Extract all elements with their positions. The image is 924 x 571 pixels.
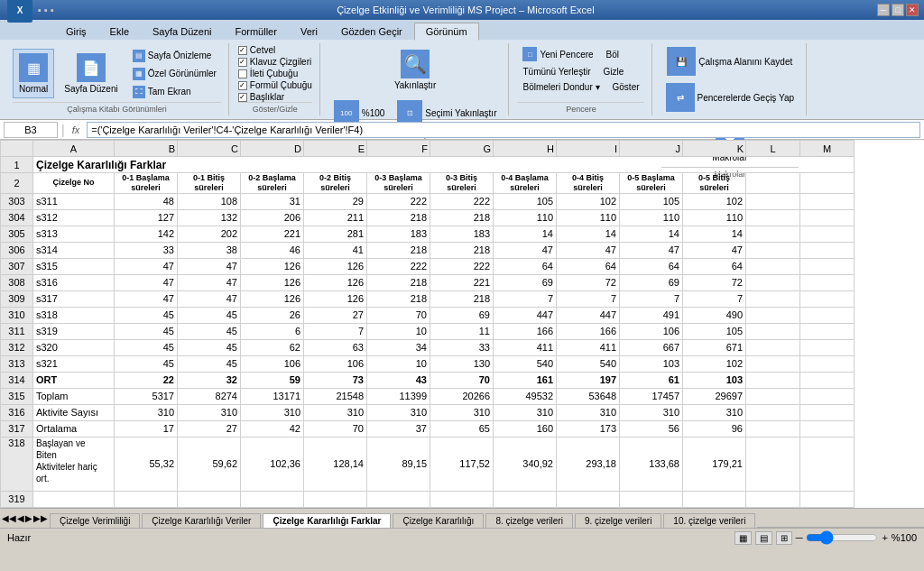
close-button[interactable]: ✕: [906, 4, 919, 16]
btn-normal[interactable]: ▦ Normal: [13, 49, 54, 98]
cell-314-3[interactable]: 59: [241, 372, 304, 388]
cell-303-6[interactable]: 222: [430, 193, 494, 209]
tab-first-arrow[interactable]: ◀◀: [2, 513, 16, 523]
cell-307-3[interactable]: 126: [241, 258, 304, 274]
cell-316-2[interactable]: 310: [178, 404, 241, 420]
cell-311-10[interactable]: 105: [683, 323, 746, 339]
cell-308-6[interactable]: 221: [430, 274, 494, 290]
cell-314-11[interactable]: [746, 372, 800, 388]
cell-316-5[interactable]: 310: [367, 404, 430, 420]
cell-317-4[interactable]: 70: [304, 420, 367, 437]
btn-tam-ekran[interactable]: ⛶ Tam Ekran: [128, 84, 221, 100]
cell-313-0[interactable]: s321: [33, 355, 115, 372]
cell-311-11[interactable]: [746, 323, 800, 339]
cell-307-4[interactable]: 126: [304, 258, 367, 274]
cell-310-11[interactable]: [746, 307, 800, 323]
cell-306-5[interactable]: 218: [367, 242, 430, 258]
cell-306-0[interactable]: s314: [33, 242, 115, 258]
cell-309-9[interactable]: 7: [620, 290, 683, 307]
page-view-btn[interactable]: ▤: [755, 531, 772, 545]
cell-312-10[interactable]: 671: [683, 339, 746, 355]
cell-304-1[interactable]: 127: [115, 209, 178, 226]
cell-304-8[interactable]: 110: [557, 209, 620, 226]
cell-304-10[interactable]: 110: [683, 209, 746, 226]
minimize-button[interactable]: ─: [877, 4, 890, 16]
checkbox-basliklar[interactable]: [238, 93, 247, 102]
cell-304-0[interactable]: s312: [33, 209, 115, 226]
cell-316-0[interactable]: Aktivite Sayısı: [33, 404, 115, 420]
cell-305-3[interactable]: 221: [241, 226, 304, 242]
cell-305-9[interactable]: 14: [620, 226, 683, 242]
cell-310-8[interactable]: 447: [557, 307, 620, 323]
cell-313-12[interactable]: [800, 355, 855, 372]
tab-formuller[interactable]: Formüller: [223, 22, 288, 40]
cell-318-4[interactable]: 128,14: [304, 437, 367, 491]
checkbox-ileti[interactable]: [238, 69, 247, 78]
cell-314-2[interactable]: 32: [178, 372, 241, 388]
cell-317-6[interactable]: 65: [430, 420, 494, 437]
cell-318-10[interactable]: 179,21: [683, 437, 746, 491]
cell-308-4[interactable]: 126: [304, 274, 367, 290]
cell-310-2[interactable]: 45: [178, 307, 241, 323]
cell-303-5[interactable]: 222: [367, 193, 430, 209]
cell-311-0[interactable]: s319: [33, 323, 115, 339]
cell-314-9[interactable]: 61: [620, 372, 683, 388]
cell-306-7[interactable]: 47: [494, 242, 557, 258]
cell-304-7[interactable]: 110: [494, 209, 557, 226]
cell-310-4[interactable]: 27: [304, 307, 367, 323]
cell-306-12[interactable]: [800, 242, 855, 258]
cell-303-0[interactable]: s311: [33, 193, 115, 209]
col-header-cell-12[interactable]: [800, 173, 855, 194]
tab-veri[interactable]: Veri: [289, 22, 329, 40]
cell-308-8[interactable]: 72: [557, 274, 620, 290]
restore-button[interactable]: □: [892, 4, 904, 16]
cell-317-7[interactable]: 160: [494, 420, 557, 437]
col-header-j[interactable]: J: [620, 141, 683, 157]
tab-giris[interactable]: Giriş: [54, 22, 98, 40]
col-header-i[interactable]: I: [557, 141, 620, 157]
cell-305-6[interactable]: 183: [430, 226, 494, 242]
cell-318-8[interactable]: 293,18: [557, 437, 620, 491]
checkbox-cetvel[interactable]: [238, 46, 247, 55]
col-header-l[interactable]: L: [746, 141, 800, 157]
col-header-cell-8[interactable]: 0-4 Bitişsüreleri: [557, 173, 620, 194]
cell-315-11[interactable]: [746, 388, 800, 404]
cell-305-7[interactable]: 14: [494, 226, 557, 242]
btn-pencereler-gecis[interactable]: ⇄ Pencerelerde Geçiş Yap: [661, 81, 799, 114]
col-header-cell-5[interactable]: 0-3 Başlamasüreleri: [367, 173, 430, 194]
cell-307-1[interactable]: 47: [115, 258, 178, 274]
cell-314-7[interactable]: 161: [494, 372, 557, 388]
cell-313-2[interactable]: 45: [178, 355, 241, 372]
col-header-e[interactable]: E: [304, 141, 367, 157]
cell-303-12[interactable]: [800, 193, 855, 209]
cell-317-9[interactable]: 56: [620, 420, 683, 437]
cell-315-9[interactable]: 17457: [620, 388, 683, 404]
tab-gorunum[interactable]: Görünüm: [414, 23, 479, 41]
cell-310-12[interactable]: [800, 307, 855, 323]
cell-314-5[interactable]: 43: [367, 372, 430, 388]
cell-315-5[interactable]: 11399: [367, 388, 430, 404]
col-header-cell-4[interactable]: 0-2 Bitişsüreleri: [304, 173, 367, 194]
normal-view-btn[interactable]: ▦: [735, 531, 752, 545]
cell-305-10[interactable]: 14: [683, 226, 746, 242]
btn-bolmeleri-dondur[interactable]: Bölmeleri Dondur ▾: [518, 80, 604, 94]
col-header-k[interactable]: K: [683, 141, 746, 157]
cell-312-6[interactable]: 33: [430, 339, 494, 355]
sheet-tab[interactable]: 10. çizelge verileri: [663, 513, 755, 528]
sheet-tab[interactable]: 9. çizelge verileri: [575, 513, 661, 528]
cell-309-7[interactable]: 7: [494, 290, 557, 307]
btn-bol[interactable]: Böl: [602, 45, 624, 63]
cell-316-10[interactable]: 310: [683, 404, 746, 420]
btn-calisma-alani[interactable]: 💾 Çalışma Alanını Kaydet: [662, 45, 797, 78]
cell-313-9[interactable]: 103: [620, 355, 683, 372]
cell-314-1[interactable]: 22: [115, 372, 178, 388]
cell-317-8[interactable]: 173: [557, 420, 620, 437]
cell-309-2[interactable]: 47: [178, 290, 241, 307]
cell-315-2[interactable]: 8274: [178, 388, 241, 404]
cell-307-10[interactable]: 64: [683, 258, 746, 274]
cell-307-2[interactable]: 47: [178, 258, 241, 274]
cell-314-8[interactable]: 197: [557, 372, 620, 388]
cell-305-0[interactable]: s313: [33, 226, 115, 242]
cell-311-9[interactable]: 106: [620, 323, 683, 339]
cell-309-1[interactable]: 47: [115, 290, 178, 307]
